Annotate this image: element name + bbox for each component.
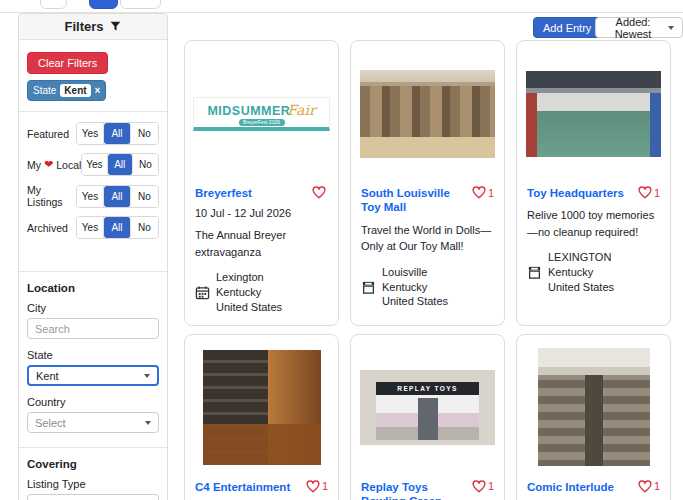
toggle-all-button[interactable]: All	[108, 154, 133, 175]
toggle-yes-button[interactable]: Yes	[77, 217, 104, 238]
toggle-yes-button[interactable]: Yes	[82, 154, 107, 175]
remove-filter-icon[interactable]: ×	[95, 85, 101, 96]
add-entry-button[interactable]: Add Entry	[533, 17, 601, 38]
divider	[19, 111, 167, 112]
location-city: LEXINGTON	[548, 250, 614, 265]
active-filter-field: State	[33, 85, 56, 96]
listing-card[interactable]: Toy Headquarters 1 Relive 1000 toy memor…	[516, 40, 671, 326]
filters-header: Filters	[19, 14, 167, 40]
listing-type-select[interactable]: Select	[27, 494, 159, 500]
toggle-all-button[interactable]: All	[104, 123, 131, 144]
storefront-icon	[361, 280, 376, 295]
like-count: 1	[488, 480, 494, 492]
filter-label-pre: My	[27, 159, 41, 171]
filters-title: Filters	[64, 19, 103, 34]
card-title-link[interactable]: Comic Interlude	[527, 480, 614, 494]
chevron-down-icon	[668, 26, 674, 30]
listing-card[interactable]: C4 Entertainment 1 1000 Dolls. 100 Natio…	[184, 334, 339, 500]
divider	[19, 447, 167, 448]
card-description: Relive 1000 toy memories—no cleanup requ…	[527, 207, 660, 240]
filter-label-post: Local	[56, 159, 81, 171]
state-select[interactable]: Kent	[27, 365, 159, 386]
like-button[interactable]	[312, 186, 328, 199]
card-photo-midsummer-banner: MIDSUMMERFair BreyerFest 2026	[193, 97, 330, 131]
listing-card[interactable]: Comic Interlude 1 1000 Dolls. 100 Nation…	[516, 334, 671, 500]
filter-label: My ❤ Local	[27, 158, 81, 171]
sort-dropdown-label: Added: Newest	[604, 16, 662, 40]
logo-script: Fair	[287, 102, 315, 118]
card-title-link[interactable]: C4 Entertainment	[195, 480, 290, 494]
toggle-yes-button[interactable]: Yes	[77, 186, 104, 207]
heart-outline-icon	[472, 186, 486, 199]
toggle-all-button[interactable]: All	[104, 217, 131, 238]
toggle-no-button[interactable]: No	[131, 217, 158, 238]
location-state: Kentucky	[548, 265, 614, 280]
filter-label: Archived	[27, 222, 76, 234]
event-dates: 10 Jul - 12 Jul 2026	[195, 207, 328, 219]
like-count: 1	[654, 480, 660, 492]
location-state: Kentucky	[382, 280, 448, 295]
funnel-icon	[109, 20, 122, 33]
toggle-group-archived: Yes All No	[76, 216, 159, 239]
like-count: 1	[322, 480, 328, 492]
location-state: Kentucky	[216, 285, 282, 300]
city-search-input[interactable]	[27, 318, 159, 339]
toggle-no-button[interactable]: No	[133, 154, 158, 175]
card-location: Louisville Kentucky United States	[361, 265, 494, 310]
like-count: 1	[488, 187, 494, 199]
toggle-yes-button[interactable]: Yes	[77, 123, 104, 144]
location-country: United States	[382, 294, 448, 309]
filter-row-my-listings: My Listings Yes All No	[27, 184, 159, 208]
filter-label: My Listings	[27, 184, 76, 208]
card-title-link[interactable]: Replay Toys Bowling Green	[361, 480, 468, 500]
toggle-all-button[interactable]: All	[104, 186, 131, 207]
page: Filters Clear Filters State Kent × Featu…	[0, 0, 683, 500]
chevron-down-icon	[145, 421, 151, 425]
toggle-group-my-local: Yes All No	[81, 153, 159, 176]
card-description: The Annual Breyer extravaganza	[195, 227, 328, 260]
country-select[interactable]: Select	[27, 412, 159, 433]
sort-dropdown[interactable]: Added: Newest	[595, 17, 683, 38]
top-partial-button[interactable]	[120, 0, 161, 9]
card-photo	[538, 348, 650, 466]
like-button[interactable]: 1	[638, 186, 660, 199]
card-photo: REPLAY TOYS	[360, 370, 495, 445]
toggle-group-featured: Yes All No	[76, 122, 159, 145]
card-title-link[interactable]: Toy Headquarters	[527, 186, 624, 200]
active-filter-tag[interactable]: State Kent ×	[27, 80, 106, 101]
logo-word: MIDSUMMER	[207, 104, 290, 118]
card-photo	[360, 70, 495, 158]
filter-row-my-local: My ❤ Local Yes All No	[27, 153, 159, 176]
like-button[interactable]: 1	[472, 480, 494, 493]
toggle-no-button[interactable]: No	[131, 186, 158, 207]
listing-type-label: Listing Type	[27, 478, 159, 490]
location-country: United States	[548, 280, 614, 295]
top-partial-button[interactable]	[40, 0, 67, 9]
heart-outline-icon	[312, 186, 326, 199]
clear-filters-button[interactable]: Clear Filters	[27, 52, 108, 74]
like-count: 1	[654, 187, 660, 199]
calendar-icon	[195, 285, 210, 300]
filter-row-featured: Featured Yes All No	[27, 122, 159, 145]
listing-card[interactable]: MIDSUMMERFair BreyerFest 2026 Breyerfest…	[184, 40, 339, 326]
top-partial-button-active[interactable]	[89, 0, 118, 9]
listing-card[interactable]: South Louisville Toy Mall 1 Travel the W…	[350, 40, 505, 326]
toggle-no-button[interactable]: No	[131, 123, 158, 144]
filter-row-archived: Archived Yes All No	[27, 216, 159, 239]
heart-outline-icon	[638, 480, 652, 493]
like-button[interactable]: 1	[472, 186, 494, 199]
location-city: Lexington	[216, 270, 282, 285]
location-heading: Location	[27, 282, 159, 294]
top-navbar-edge	[0, 0, 683, 13]
divider	[19, 271, 167, 272]
card-title-link[interactable]: South Louisville Toy Mall	[361, 186, 468, 215]
like-button[interactable]: 1	[306, 480, 328, 493]
listings-grid: MIDSUMMERFair BreyerFest 2026 Breyerfest…	[184, 40, 683, 500]
like-button[interactable]: 1	[638, 480, 660, 493]
listing-card[interactable]: REPLAY TOYS Replay Toys Bowling Green 1 …	[350, 334, 505, 500]
card-location: Lexington Kentucky United States	[195, 270, 328, 315]
location-country: United States	[216, 300, 282, 315]
card-photo	[203, 350, 321, 465]
storefront-icon	[527, 265, 542, 280]
card-title-link[interactable]: Breyerfest	[195, 186, 252, 200]
